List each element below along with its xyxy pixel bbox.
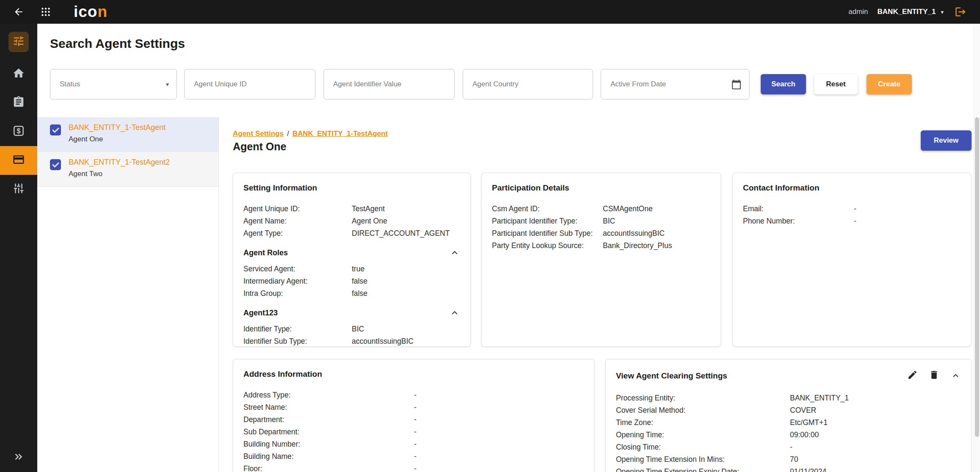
- participation-details-card: Participation Details Csm Agent ID: CSMA…: [481, 173, 721, 347]
- create-button[interactable]: Create: [867, 74, 912, 94]
- agent-item-text: BANK_ENTITY_1-TestAgent Agent One: [69, 123, 166, 144]
- row-label: Closing Time:: [616, 441, 790, 453]
- detail-row: Participant Identifier Sub Type: account…: [492, 227, 710, 240]
- agent-unique-id-field-wrap: [184, 69, 315, 99]
- row-label: Cover Serial Method:: [616, 404, 790, 417]
- scrollbar-thumb[interactable]: [975, 117, 979, 437]
- detail-row: Cover Serial Method: COVER: [616, 404, 961, 417]
- vertical-scrollbar: [974, 24, 980, 472]
- agent-item-text: BANK_ENTITY_1-TestAgent2 Agent Two: [69, 158, 170, 178]
- row-label: Opening Time Extension Expiry Date:: [616, 466, 790, 472]
- row-label: Time Zone:: [616, 417, 790, 429]
- row-value: DIRECT_ACCOUNT_AGENT: [352, 227, 460, 240]
- delete-icon[interactable]: [929, 370, 939, 382]
- breadcrumb-current-link[interactable]: BANK_ENTITY_1-TestAgent: [293, 130, 388, 138]
- row-label: Email:: [743, 203, 854, 215]
- sidebar: $: [0, 24, 37, 472]
- active-from-date-input[interactable]: [610, 80, 731, 88]
- setting-rows: Agent Unique ID: TestAgent Agent Name: A…: [243, 203, 460, 240]
- agent-unique-id-input[interactable]: [194, 80, 307, 88]
- row-label: Csm Agent ID:: [492, 203, 603, 215]
- icon-logo[interactable]: icon: [74, 3, 108, 21]
- svg-text:$: $: [17, 127, 20, 135]
- row-label: Participant Identifier Sub Type:: [492, 227, 603, 240]
- reset-button[interactable]: Reset: [814, 74, 858, 94]
- sidebar-item-agent-settings[interactable]: [0, 146, 37, 175]
- identifier-rows: Identifier Type: BIC Identifier Sub Type…: [243, 323, 460, 347]
- row-label: Agent Unique ID:: [243, 203, 352, 215]
- back-icon[interactable]: [11, 4, 26, 19]
- detail-row: Serviced Agent: true: [243, 263, 460, 275]
- row-label: Serviced Agent:: [243, 263, 352, 275]
- detail-row: Time Zone: Etc/GMT+1: [616, 417, 961, 429]
- agent-list-item[interactable]: BANK_ENTITY_1-TestAgent2 Agent Two: [37, 152, 218, 187]
- row-value: -: [414, 426, 584, 438]
- detail-row: Sub Department: -: [243, 426, 584, 438]
- detail-row: Agent Name: Agent One: [243, 215, 460, 227]
- sidebar-item-payments[interactable]: $: [0, 117, 37, 146]
- chevron-up-icon[interactable]: [950, 370, 961, 381]
- row-value: true: [352, 263, 460, 275]
- row-label: Sub Department:: [243, 426, 414, 438]
- sidebar-item-settings[interactable]: [0, 175, 37, 204]
- row-value: accountIssuingBIC: [352, 335, 460, 347]
- breadcrumb-separator: /: [287, 130, 289, 138]
- status-select[interactable]: Status ▾: [50, 69, 177, 99]
- detail-row: Agent Type: DIRECT_ACCOUNT_AGENT: [243, 227, 460, 240]
- logout-icon[interactable]: [953, 4, 968, 19]
- sidebar-item-home[interactable]: [0, 60, 37, 88]
- agent-country-field-wrap: [463, 69, 593, 99]
- row-label: Intra Group:: [243, 287, 352, 300]
- page-title: Search Agent Settings: [50, 36, 185, 51]
- breadcrumb-root-link[interactable]: Agent Settings: [233, 130, 284, 138]
- agent-identifier-value-input[interactable]: [333, 80, 447, 88]
- agent-checkbox[interactable]: [50, 159, 61, 170]
- row-label: Agent Type:: [243, 227, 352, 240]
- row-value: -: [414, 450, 584, 463]
- row-label: Department:: [243, 414, 414, 426]
- clipboard-icon: [12, 96, 25, 110]
- sidebar-expand-button[interactable]: [0, 451, 37, 464]
- row-value: BIC: [352, 323, 460, 335]
- chevron-up-icon[interactable]: [449, 307, 460, 318]
- agent-item-title: BANK_ENTITY_1-TestAgent: [69, 123, 166, 132]
- detail-row: Closing Time: -: [616, 441, 961, 453]
- topbar-left: icon: [0, 3, 108, 21]
- detail-row: Building Number: -: [243, 438, 584, 450]
- row-value: TestAgent: [352, 203, 460, 215]
- edit-icon[interactable]: [907, 370, 918, 382]
- row-label: Building Number:: [243, 438, 414, 450]
- detail-row: Processing Entity: BANK_ENTITY_1: [616, 392, 961, 404]
- agent-list-panel: BANK_ENTITY_1-TestAgent Agent One BANK_E…: [37, 117, 219, 472]
- chevron-up-icon[interactable]: [449, 247, 460, 258]
- card-title: Participation Details: [492, 183, 710, 193]
- card-icon: [12, 153, 25, 168]
- row-value: Bank_Directory_Plus: [603, 240, 710, 252]
- agent-roles-rows: Serviced Agent: true Intermediary Agent:…: [243, 263, 460, 300]
- agent-country-input[interactable]: [472, 80, 585, 88]
- agent-list-item[interactable]: BANK_ENTITY_1-TestAgent Agent One: [37, 117, 218, 152]
- calendar-icon[interactable]: [731, 79, 742, 90]
- row-label: Phone Number:: [743, 215, 854, 227]
- active-from-date-field-wrap: [601, 69, 750, 99]
- sliders-icon: [12, 182, 25, 196]
- row-label: Identifier Sub Type:: [243, 335, 352, 347]
- review-button[interactable]: Review: [921, 130, 972, 151]
- apps-grid-icon[interactable]: [38, 4, 53, 19]
- detail-row: Participant Identifier Type: BIC: [492, 215, 710, 227]
- row-value: -: [854, 203, 961, 215]
- detail-row: Street Name: -: [243, 401, 584, 414]
- entity-selector[interactable]: BANK_ENTITY_1 ▾: [878, 8, 944, 16]
- search-button[interactable]: Search: [761, 74, 806, 94]
- agent-checkbox[interactable]: [50, 124, 61, 135]
- home-icon: [12, 67, 25, 81]
- app-root: icon admin BANK_ENTITY_1 ▾: [0, 0, 980, 472]
- row-value: false: [352, 275, 460, 287]
- row-value: CSMAgentOne: [603, 203, 710, 215]
- row-label: Street Name:: [243, 401, 414, 414]
- tune-icon: [12, 35, 25, 49]
- participation-rows: Csm Agent ID: CSMAgentOne Participant Id…: [492, 203, 710, 252]
- sidebar-item-tasks[interactable]: [0, 88, 37, 117]
- sidebar-item-admin-module[interactable]: [8, 32, 29, 52]
- topbar-right: admin BANK_ENTITY_1 ▾: [848, 4, 980, 19]
